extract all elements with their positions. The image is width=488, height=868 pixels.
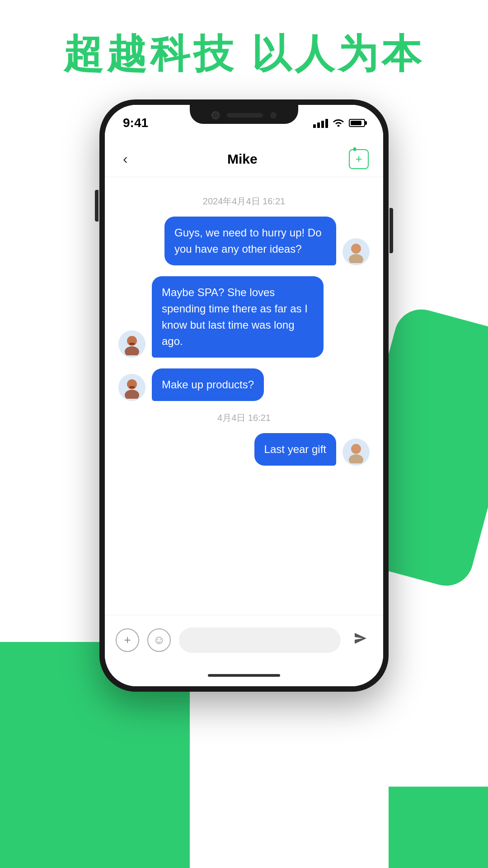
message-row: Last year gift <box>118 433 370 466</box>
home-bar <box>208 674 280 677</box>
svg-rect-4 <box>129 343 135 345</box>
chat-title: Mike <box>137 151 348 167</box>
send-icon <box>354 632 367 648</box>
send-button[interactable] <box>349 628 372 652</box>
message-row: Maybe SPA? She loves spending time there… <box>118 276 370 358</box>
chat-header: ‹ Mike <box>105 141 383 177</box>
svg-point-9 <box>349 454 363 463</box>
bg-shape-bottom-right <box>389 787 488 868</box>
chat-messages: 2024年4月4日 16:21 Guys, we need to hurry u… <box>105 177 383 615</box>
signal-bar-1 <box>313 124 316 128</box>
svg-point-6 <box>125 390 139 399</box>
avatar-dark <box>118 330 145 358</box>
emoji-icon: ☺ <box>153 633 165 647</box>
bubble-msg3: Make up products? <box>152 368 264 401</box>
sensor <box>270 112 277 118</box>
calendar-add-icon <box>349 149 369 169</box>
home-indicator <box>105 665 383 686</box>
emoji-button[interactable]: ☺ <box>147 628 171 652</box>
battery-icon <box>349 119 365 127</box>
svg-rect-7 <box>129 386 135 388</box>
signal-bar-2 <box>317 123 320 128</box>
timestamp-1: 2024年4月4日 16:21 <box>118 195 370 208</box>
chat-input-bar: + ☺ <box>105 615 383 665</box>
add-event-button[interactable] <box>348 148 370 170</box>
message-input[interactable] <box>179 627 341 653</box>
bubble-msg2: Maybe SPA? She loves spending time there… <box>152 276 324 358</box>
status-time: 9:41 <box>123 116 148 130</box>
add-attachment-button[interactable]: + <box>116 628 139 652</box>
wifi-icon <box>333 117 344 129</box>
svg-point-8 <box>351 444 361 454</box>
avatar-dark-2 <box>118 374 145 401</box>
svg-point-1 <box>349 254 363 263</box>
plus-icon: + <box>124 633 131 647</box>
svg-point-0 <box>351 244 361 254</box>
status-icons <box>313 117 365 129</box>
back-button[interactable]: ‹ <box>118 146 132 172</box>
speaker <box>227 113 263 118</box>
status-bar: 9:41 <box>105 105 383 141</box>
svg-point-3 <box>125 346 139 355</box>
tagline: 超越科技 以人为本 <box>0 27 488 81</box>
signal-icon <box>313 118 328 128</box>
message-row: Guys, we need to hurry up! Do you have a… <box>118 217 370 265</box>
signal-bar-3 <box>321 121 324 128</box>
message-row: Make up products? <box>118 368 370 401</box>
phone-screen: 9:41 <box>105 105 383 686</box>
front-camera <box>211 111 220 119</box>
avatar-tan <box>343 238 370 265</box>
timestamp-2: 4月4日 16:21 <box>118 412 370 424</box>
phone-frame: 9:41 <box>99 99 389 692</box>
bubble-msg1: Guys, we need to hurry up! Do you have a… <box>164 217 336 265</box>
signal-bar-4 <box>325 119 328 128</box>
avatar-tan-2 <box>343 439 370 466</box>
bubble-msg4: Last year gift <box>254 433 336 466</box>
notch <box>190 105 298 124</box>
